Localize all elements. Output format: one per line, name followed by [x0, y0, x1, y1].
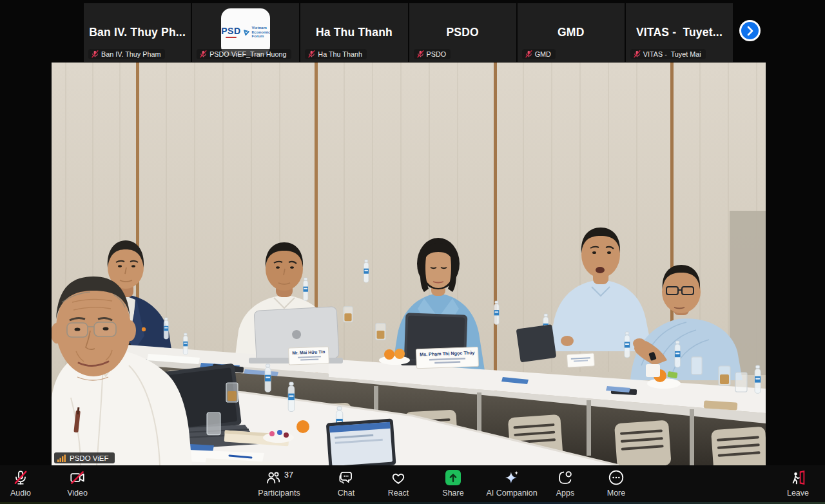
mic-muted-icon [417, 50, 424, 58]
participants-label: Participants [258, 489, 300, 498]
video-button[interactable]: Video [61, 469, 94, 498]
filmstrip-tile-ha-thu-thanh[interactable]: Ha Thu Thanh Ha Thu Thanh [300, 3, 407, 62]
react-button[interactable]: React [382, 469, 414, 498]
main-video-feed: Mr. Mai Hữu Tín Ms. Phạm Thị Ngọc Thủy [52, 63, 766, 465]
participant-name-chip: PSDO ViEF_Tran Huong [197, 49, 291, 59]
vef-logo-text: Vietnam Economic Forum [252, 26, 271, 39]
participant-filmstrip: Ban IV. Thuy Ph... Ban IV. Thuy Pham PSD… [84, 3, 733, 62]
more-button[interactable]: More [600, 469, 632, 498]
chevron-right-icon [745, 25, 755, 37]
participant-chip-label: Ha Thu Thanh [318, 50, 362, 58]
ai-companion-label: AI Companion [486, 489, 537, 498]
more-label: More [607, 489, 625, 498]
participants-icon [265, 469, 282, 486]
vef-shield-icon [243, 26, 250, 39]
ai-companion-button[interactable]: AI Companion [480, 469, 543, 498]
laptop-lit-screen [326, 418, 396, 465]
chat-button[interactable]: Chat [330, 469, 362, 498]
mic-muted-icon [200, 50, 207, 58]
participant-chip-label: GMD [535, 50, 551, 58]
share-screen-icon [445, 469, 461, 488]
apps-icon [557, 469, 574, 488]
filmstrip-tile-vitas[interactable]: VITAS - Tuyet... VITAS - Tuyet Mai [626, 3, 733, 62]
leave-button[interactable]: Leave [779, 469, 817, 498]
mic-muted-icon [308, 50, 315, 58]
name-card-3 [567, 353, 595, 367]
participant-chip-label: VITAS - Tuyet Mai [643, 50, 701, 58]
participant-name-chip: PSDO [414, 49, 451, 59]
participant-name-chip: GMD [522, 49, 556, 59]
chat-label: Chat [338, 489, 354, 498]
audio-level-icon [57, 454, 66, 462]
filmstrip-tile-gmd[interactable]: GMD GMD [518, 3, 625, 62]
participant-chip-label: Ban IV. Thuy Pham [101, 50, 160, 58]
participant-name-chip: VITAS - Tuyet Mai [630, 49, 706, 59]
mic-muted-icon [92, 50, 99, 58]
participant-name-chip: Ha Thu Thanh [305, 49, 367, 59]
leave-label: Leave [787, 489, 809, 498]
chat-icon [338, 469, 354, 488]
name-card-2: Ms. Phạm Thị Ngọc Thủy [416, 347, 479, 368]
ai-sparkle-icon [503, 469, 520, 488]
psd-logo-red-bar [226, 37, 237, 39]
tablet [516, 324, 557, 362]
filmstrip-tile-ban-iv[interactable]: Ban IV. Thuy Ph... Ban IV. Thuy Pham [84, 3, 191, 62]
participants-button[interactable]: 37 Participants [251, 469, 307, 498]
active-speaker-chip: PSDO ViEF [54, 452, 115, 463]
active-speaker-name: PSDO ViEF [70, 454, 109, 462]
participant-chip-label: PSDO [427, 50, 447, 58]
psd-logo-text: PSD [221, 26, 240, 35]
audio-label: Audio [10, 489, 31, 498]
filmstrip-tile-psdo-vief[interactable]: PSD Vietnam Economic Forum PSDO ViEF_Tra… [192, 3, 299, 62]
more-ellipsis-icon [608, 469, 625, 488]
participant-name-chip: Ban IV. Thuy Pham [88, 49, 165, 59]
meeting-toolbar: Audio Video [0, 465, 825, 504]
share-button[interactable]: Share [437, 469, 469, 498]
audio-button[interactable]: Audio [4, 469, 37, 498]
leave-door-icon [790, 469, 806, 488]
share-label: Share [442, 489, 463, 498]
mic-muted-icon [525, 50, 532, 58]
react-label: React [388, 489, 409, 498]
name-card-1: Mr. Mai Hữu Tín [289, 347, 329, 365]
participant-chip-label: PSDO ViEF_Tran Huong [209, 50, 286, 58]
heart-icon [390, 469, 407, 488]
apps-label: Apps [556, 489, 575, 498]
video-label: Video [67, 489, 88, 498]
camera-muted-icon [69, 469, 86, 488]
mic-muted-icon [12, 469, 29, 488]
conference-room-scene: Mr. Mai Hữu Tín Ms. Phạm Thị Ngọc Thủy [52, 63, 766, 465]
mic-muted-icon [634, 50, 641, 58]
next-page-button[interactable] [739, 20, 761, 41]
apps-button[interactable]: Apps [549, 469, 581, 498]
participants-count: 37 [284, 470, 293, 480]
filmstrip-tile-psdo[interactable]: PSDO PSDO [409, 3, 516, 62]
